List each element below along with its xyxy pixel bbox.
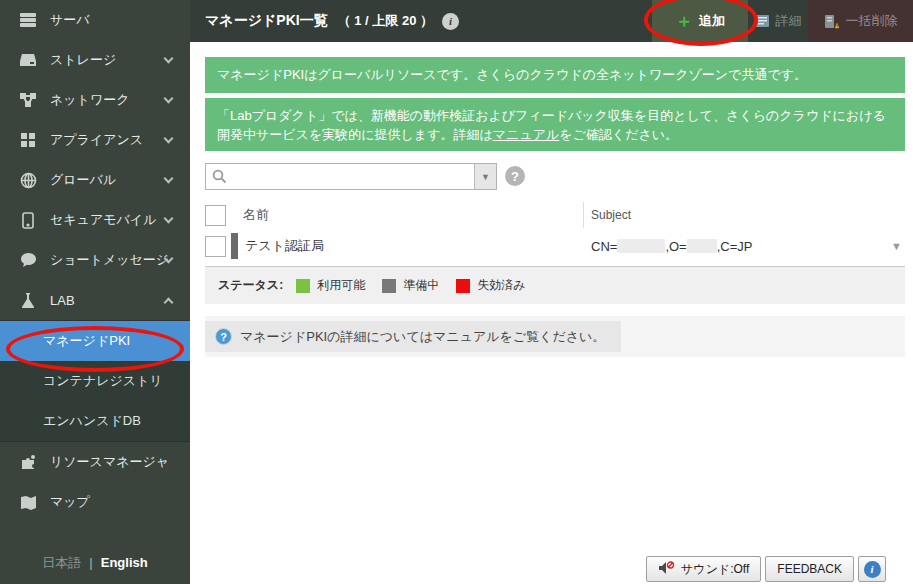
chevron-down-icon [164, 214, 174, 224]
sidebar-item-label: セキュアモバイル [50, 211, 156, 229]
table-header: 名前 Subject [205, 200, 905, 230]
column-header-name: 名前 [243, 206, 269, 224]
search-icon [212, 169, 227, 187]
sidebar-item-label: リソースマネージャ [50, 453, 169, 471]
chevron-down-icon [164, 94, 174, 104]
status-indicator-bar [231, 233, 238, 259]
table-row[interactable]: テスト認証局 CN=,O=,C=JP ▼ [205, 230, 905, 262]
flask-icon [17, 292, 39, 309]
legend-label-preparing: 準備中 [403, 277, 439, 294]
sidebar-item-label: グローバル [50, 171, 116, 189]
legend-swatch-2 [456, 279, 470, 293]
network-icon [17, 92, 39, 108]
language-divider: | [89, 555, 92, 570]
global-resource-banner-text: マネージドPKIはグローバルリソースです。さくらのクラウドの全ネットワークゾーン… [217, 67, 807, 82]
sidebar-item-managed-pki[interactable]: マネージドPKI [0, 321, 190, 361]
manual-link[interactable]: マニュアル [493, 127, 560, 142]
server-icon [17, 12, 39, 28]
sidebar-item-map[interactable]: マップ [0, 482, 190, 522]
detail-button-label: 詳細 [776, 12, 802, 30]
sidebar-item-label: LAB [50, 293, 75, 308]
sidebar-item-resource-manager[interactable]: リソースマネージャ [0, 442, 190, 482]
sidebar-item-label: マップ [50, 493, 90, 511]
search-filter-dropdown[interactable]: ▼ [474, 164, 496, 189]
chevron-down-icon [164, 134, 174, 144]
sidebar: サーバ ストレージ ネットワーク アプライアンス グローバル セキュアモバイル [0, 0, 190, 584]
appliance-icon [17, 132, 39, 148]
add-button-label: 追加 [699, 12, 725, 30]
delete-warning-icon [824, 14, 840, 29]
mobile-icon [17, 212, 39, 229]
sound-button-label: サウンド:Off [681, 561, 749, 578]
language-switcher: 日本語|English [0, 554, 190, 572]
sidebar-item-lab[interactable]: LAB [0, 280, 190, 320]
storage-icon [17, 53, 39, 67]
redacted-value [687, 239, 717, 253]
status-legend: ステータス: 利用可能 準備中 失効済み [205, 266, 905, 304]
chevron-up-icon [164, 298, 174, 308]
sidebar-item-short-message[interactable]: ショートメッセージ [0, 240, 190, 280]
status-legend-label: ステータス: [218, 277, 283, 294]
puzzle-icon [17, 454, 39, 470]
plus-icon: ＋ [675, 12, 693, 30]
legend-swatch-0 [296, 279, 310, 293]
search-help-icon[interactable]: ? [505, 166, 525, 186]
feedback-button[interactable]: FEEDBACK [765, 556, 854, 582]
sidebar-item-label: ネットワーク [50, 91, 130, 109]
info-note: ? マネージドPKIの詳細についてはマニュアルをご覧ください。 [205, 321, 621, 352]
sidebar-item-label: アプライアンス [50, 131, 143, 149]
select-all-checkbox[interactable] [205, 205, 226, 226]
info-note-strip: ? マネージドPKIの詳細についてはマニュアルをご覧ください。 [205, 316, 905, 357]
map-icon [17, 495, 39, 510]
sidebar-item-container-registry[interactable]: コンテナレジストリ [0, 361, 190, 401]
sidebar-item-global[interactable]: グローバル [0, 160, 190, 200]
sound-toggle-button[interactable]: サウンド:Off [646, 556, 761, 582]
globe-icon [17, 172, 39, 189]
chevron-down-icon [164, 54, 174, 64]
row-name: テスト認証局 [245, 237, 324, 255]
legend-item-revoked: 失効済み [456, 277, 525, 294]
footer-buttons: サウンド:Off FEEDBACK i [646, 556, 886, 582]
footer-info-button[interactable]: i [858, 556, 886, 582]
detail-button[interactable]: 詳細 [748, 0, 808, 42]
bulk-delete-button-label: 一括削除 [846, 12, 898, 30]
column-header-subject: Subject [591, 208, 631, 222]
sidebar-item-secure-mobile[interactable]: セキュアモバイル [0, 200, 190, 240]
sidebar-item-storage[interactable]: ストレージ [0, 40, 190, 80]
language-japanese[interactable]: 日本語 [42, 555, 81, 570]
info-circle-icon: i [864, 561, 881, 578]
legend-swatch-1 [382, 279, 396, 293]
redacted-value [617, 239, 665, 253]
lab-banner-text-post: をご確認ください。 [559, 127, 678, 142]
sidebar-item-label: サーバ [50, 11, 90, 29]
sidebar-item-server[interactable]: サーバ [0, 0, 190, 40]
page-title: マネージドPKI一覧 [205, 12, 328, 30]
book-icon [755, 14, 770, 28]
sidebar-item-appliance[interactable]: アプライアンス [0, 120, 190, 160]
sidebar-item-label: ショートメッセージ [50, 251, 169, 269]
main-content: マネージドPKIはグローバルリソースです。さくらのクラウドの全ネットワークゾーン… [190, 42, 913, 584]
row-expand-caret[interactable]: ▼ [891, 240, 902, 252]
legend-label-available: 利用可能 [317, 277, 365, 294]
add-button[interactable]: ＋ 追加 [652, 0, 748, 42]
info-icon[interactable]: i [442, 13, 459, 30]
help-circle-icon: ? [215, 328, 232, 345]
resource-count: （ 1 / 上限 20 ） [338, 12, 433, 30]
language-english[interactable]: English [101, 555, 148, 570]
sidebar-item-network[interactable]: ネットワーク [0, 80, 190, 120]
sidebar-item-enhanced-db[interactable]: エンハンスドDB [0, 401, 190, 441]
speech-bubble-icon [17, 252, 39, 268]
row-checkbox[interactable] [205, 236, 226, 257]
row-subject: CN=,O=,C=JP [591, 239, 752, 254]
legend-item-preparing: 準備中 [382, 277, 439, 294]
bulk-delete-button[interactable]: 一括削除 [808, 0, 913, 42]
global-resource-banner: マネージドPKIはグローバルリソースです。さくらのクラウドの全ネットワークゾーン… [205, 57, 905, 93]
subject-o-label: ,O= [665, 239, 686, 254]
header-bar: マネージドPKI一覧 （ 1 / 上限 20 ） i ＋ 追加 詳細 一括削除 [190, 0, 913, 42]
search-box: ▼ [205, 163, 497, 190]
sidebar-item-label: ストレージ [50, 51, 116, 69]
search-input[interactable] [232, 164, 470, 189]
lab-product-banner: 「Labプロダクト」では、新機能の動作検証およびフィードバック収集を目的として、… [205, 98, 905, 151]
legend-item-available: 利用可能 [296, 277, 365, 294]
feedback-button-label: FEEDBACK [777, 562, 842, 576]
